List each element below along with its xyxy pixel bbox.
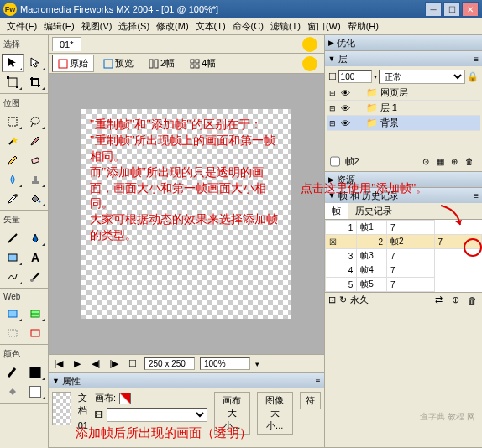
visibility-icon[interactable]: 👁 [338,103,354,113]
image-size-button[interactable]: 图像大小... [257,392,293,435]
frame-name[interactable]: 帧3 [357,249,387,263]
layer-name[interactable]: 层 1 [379,102,480,114]
play-button[interactable]: ▶ [71,357,84,371]
canvas[interactable]: "重制帧"和"添加帧"的区别在于： "重制帧"所出现帧上的画面和第一帧相同。 而… [81,109,291,319]
optimize-header[interactable]: ▶ 优化 [325,35,482,50]
expand-icon[interactable]: ⊟ [327,104,338,112]
properties-header[interactable]: ▼ 属性 ≡ [49,373,324,388]
hotspot-tool[interactable] [2,305,24,323]
marquee-tool[interactable] [2,112,24,131]
visibility-icon[interactable]: 👁 [338,88,354,98]
panel-menu-icon[interactable]: ≡ [474,55,479,64]
table-row[interactable]: ☒2帧27 [325,235,481,249]
menu-filters[interactable]: 滤镜(T) [267,18,304,34]
pencil-tool[interactable] [2,151,24,169]
onion-skin-icon[interactable]: ⊡ [328,294,336,305]
scale-tool[interactable] [2,73,24,91]
delete-icon[interactable]: 🗑 [465,157,477,166]
table-row[interactable]: 4帧47 [325,263,481,278]
slice-tool[interactable] [24,305,46,323]
layer-row[interactable]: ⊟ 👁 📁 网页层 [327,86,480,101]
layer-opacity-input[interactable] [338,70,372,83]
onion-skin-icon[interactable]: ⊙ [422,157,434,166]
visibility-icon[interactable]: 👁 [338,118,354,128]
layers-header[interactable]: ▼ 层 ≡ [325,51,482,66]
stroke-swatch[interactable] [24,363,46,382]
crop-tool[interactable] [24,73,46,91]
show-slice-tool[interactable] [24,324,46,342]
eraser-tool[interactable] [24,151,46,169]
line-tool[interactable] [2,229,24,247]
menu-help[interactable]: 帮助(H) [344,18,382,34]
canvas-area[interactable]: "重制帧"和"添加帧"的区别在于： "重制帧"所出现帧上的画面和第一帧相同。 而… [49,74,324,354]
fill-swatch[interactable] [24,383,46,401]
opacity-dropdown-icon[interactable]: ▾ [374,73,377,81]
lock-icon[interactable]: 🔒 [467,71,479,82]
menu-view[interactable]: 视图(V) [78,18,116,34]
zoom-field[interactable]: 100% [200,357,250,370]
new-layer-icon[interactable]: ⊕ [451,157,463,166]
menu-window[interactable]: 窗口(W) [304,18,344,34]
view-2up-button[interactable]: 2幅 [143,55,181,72]
animation-select[interactable] [107,408,207,422]
rubber-stamp-tool[interactable] [24,170,46,189]
knife-tool[interactable] [24,268,46,286]
hide-slice-tool[interactable] [2,324,24,342]
canvas-color-swatch[interactable] [119,393,131,404]
new-bitmap-icon[interactable]: ▦ [437,157,448,166]
frame-name[interactable]: 帧4 [357,263,387,278]
freeform-tool[interactable] [2,268,24,286]
subselect-tool[interactable] [24,54,46,72]
expand-icon[interactable]: ⊟ [327,89,338,97]
play-first-button[interactable]: |◀ [52,357,65,371]
layer-row[interactable]: ⊟ 👁 📁 背景 [327,116,480,131]
loop-icon[interactable]: ↻ [339,294,347,305]
frames-tab[interactable]: 帧 [325,203,348,219]
table-row[interactable]: 5帧57 [325,278,481,292]
menu-modify[interactable]: 修改(M) [153,18,192,34]
frame-indicator[interactable]: ☐ [126,357,139,371]
blur-tool[interactable] [2,170,24,189]
menu-select[interactable]: 选择(S) [115,18,153,34]
prev-frame-button[interactable]: ◀| [89,357,102,371]
menu-file[interactable]: 文件(F) [3,18,40,34]
brush-tool[interactable] [24,132,46,150]
panel-menu-icon[interactable]: ≡ [474,191,479,201]
table-row[interactable]: 3帧37 [325,249,481,263]
fit-canvas-button[interactable]: 符 [300,392,321,409]
minimize-button[interactable]: ─ [425,2,442,17]
delete-frame-button[interactable]: 🗑 [465,295,479,305]
toggle-icon[interactable]: ☐ [328,71,337,82]
current-frame-row[interactable]: 帧2 ⊙ ▦ ⊕ 🗑 [327,154,480,169]
fill-color[interactable] [2,383,24,401]
menu-commands[interactable]: 命令(C) [229,18,267,34]
lasso-tool[interactable] [24,112,46,131]
menu-edit[interactable]: 编辑(E) [40,18,78,34]
stroke-color[interactable] [2,363,24,382]
close-button[interactable]: ✕ [462,2,479,17]
document-tab[interactable]: 01* [52,37,81,51]
distribute-button[interactable]: ⇄ [432,294,445,305]
frame-name[interactable]: 帧5 [357,278,387,292]
maximize-button[interactable]: ☐ [443,2,460,17]
eyedropper-tool[interactable] [2,190,24,208]
magic-wand-tool[interactable] [2,132,24,150]
view-4up-button[interactable]: 4幅 [184,55,222,72]
layer-blend-select[interactable]: 正常 [379,70,465,84]
history-tab[interactable]: 历史记录 [348,203,399,219]
frame-checkbox[interactable] [330,156,340,167]
view-original-button[interactable]: 原始 [52,55,94,72]
layer-name[interactable]: 背景 [379,117,480,129]
frame-name[interactable]: 帧1 [357,221,387,235]
rectangle-tool[interactable] [2,248,24,267]
text-tool[interactable]: A [24,248,46,267]
zoom-dropdown-icon[interactable]: ▾ [255,360,259,368]
layer-name[interactable]: 网页层 [379,86,480,99]
canvas-size-field[interactable]: 250 x 250 [144,357,195,370]
pointer-tool[interactable] [2,54,24,72]
pen-tool[interactable] [24,229,46,247]
paint-bucket-tool[interactable] [24,190,46,208]
panel-menu-icon[interactable]: ≡ [316,377,321,386]
layer-row[interactable]: ⊟ 👁 📁 层 1 [327,101,480,116]
new-frame-button[interactable]: ⊕ [448,294,462,305]
